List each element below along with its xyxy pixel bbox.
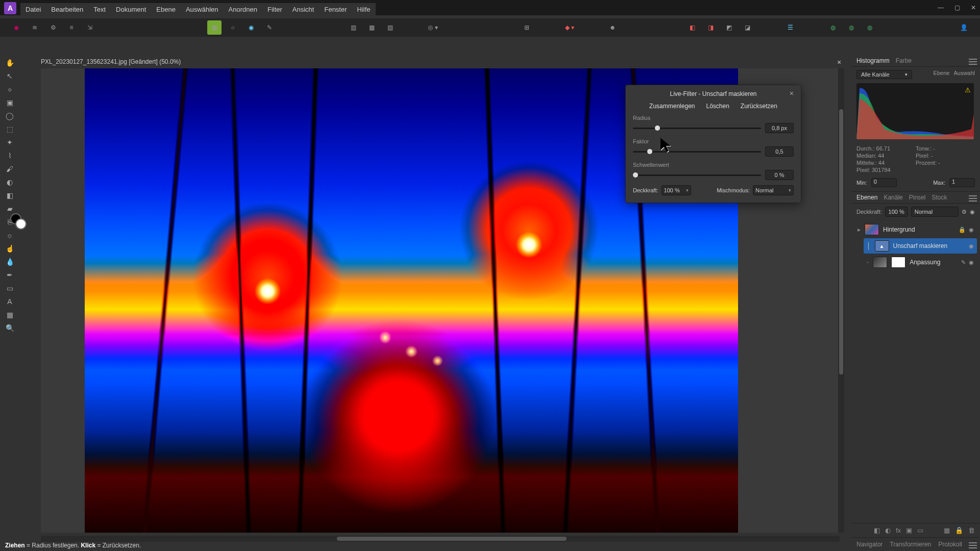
layer-fx-icon[interactable]: ⚙ bbox=[962, 209, 967, 215]
histo-layer-button[interactable]: Ebene bbox=[934, 70, 950, 76]
crop-tool-icon[interactable]: ▣ bbox=[4, 97, 15, 108]
layer-row-hintergrund[interactable]: ▸ Hintergrund 🔒◉ bbox=[854, 222, 977, 237]
persona-photo-icon[interactable]: ◉ bbox=[9, 20, 23, 35]
align-center-icon[interactable]: ▦ bbox=[364, 20, 379, 35]
smudge-tool-icon[interactable]: ☝ bbox=[4, 243, 15, 254]
layer-row-anpassung[interactable]: ◦ Anpassung ✎◉ bbox=[864, 255, 977, 270]
pen-tool-icon[interactable]: ✒ bbox=[4, 269, 15, 281]
erase-tool-icon[interactable]: ◧ bbox=[4, 190, 15, 201]
tab-transform[interactable]: Transformieren bbox=[890, 541, 931, 548]
account-icon[interactable]: 👤 bbox=[957, 20, 971, 35]
radius-slider[interactable] bbox=[633, 128, 761, 129]
menu-document[interactable]: Dokument bbox=[116, 6, 146, 13]
edit-icon[interactable]: ✎ bbox=[961, 259, 966, 266]
maximize-button[interactable]: ▢ bbox=[953, 4, 961, 11]
histo-selection-button[interactable]: Auswahl bbox=[953, 70, 975, 76]
lock-icon[interactable]: 🔒 bbox=[959, 227, 966, 233]
blend-select[interactable]: Normal bbox=[753, 185, 794, 195]
paint-brush-icon[interactable]: 🖌 bbox=[4, 163, 15, 174]
layer-name[interactable]: Anpassung bbox=[910, 259, 957, 266]
factor-slider[interactable] bbox=[633, 151, 761, 153]
layer-blend-select[interactable]: Normal bbox=[911, 207, 959, 217]
add-layer-icon[interactable]: ▦ bbox=[944, 527, 950, 534]
delete-button[interactable]: Löschen bbox=[706, 103, 729, 110]
align-right-icon[interactable]: ▧ bbox=[383, 20, 397, 35]
panel-menu-icon[interactable] bbox=[969, 59, 977, 65]
selection-brush-icon[interactable]: ◯ bbox=[4, 110, 15, 121]
menu-text[interactable]: Text bbox=[93, 6, 106, 13]
texture-icon[interactable]: ▦ bbox=[207, 20, 222, 35]
layer-name[interactable]: Hintergrund bbox=[883, 226, 954, 233]
visibility-toggle-icon[interactable]: ▸ bbox=[857, 226, 861, 233]
arrange-a-icon[interactable]: ◧ bbox=[685, 20, 699, 35]
mesh-tool-icon[interactable]: ▦ bbox=[4, 309, 15, 320]
tab-color[interactable]: Farbe bbox=[896, 57, 912, 64]
circle-tool-icon[interactable]: ○ bbox=[226, 20, 240, 35]
flood-select-icon[interactable]: ✦ bbox=[4, 137, 15, 148]
menu-view[interactable]: Ansicht bbox=[292, 6, 314, 13]
opacity-select[interactable]: 100 % bbox=[662, 185, 691, 195]
dodge-tool-icon[interactable]: ☼ bbox=[4, 230, 15, 241]
reset-button[interactable]: Zurücksetzen bbox=[741, 103, 777, 110]
snap-icon[interactable]: ⊞ bbox=[520, 20, 534, 35]
menu-edit[interactable]: Bearbeiten bbox=[51, 6, 83, 13]
menu-help[interactable]: Hilfe bbox=[357, 6, 371, 13]
background-color[interactable] bbox=[15, 218, 27, 230]
persona-tone-icon[interactable]: ≡ bbox=[64, 20, 79, 35]
menu-arrange[interactable]: Anordnen bbox=[229, 6, 257, 13]
minimize-button[interactable]: — bbox=[937, 4, 944, 11]
lock-layer-icon[interactable]: 🔒 bbox=[955, 527, 963, 534]
view-tool-icon[interactable]: ⟐ bbox=[4, 84, 15, 95]
blur-tool-icon[interactable]: 💧 bbox=[4, 256, 15, 267]
layer-row-unscharf[interactable]: │ ▲ Unscharf maskieren ◉ bbox=[864, 238, 977, 254]
layer-name[interactable]: Unscharf maskieren bbox=[893, 242, 965, 249]
tab-navigator[interactable]: Navigator bbox=[856, 541, 883, 548]
tab-channels[interactable]: Kanäle bbox=[884, 194, 902, 201]
live-filter-dialog[interactable]: Live-Filter - Unscharf maskieren × Zusam… bbox=[625, 85, 801, 203]
threshold-value[interactable]: 0 % bbox=[765, 170, 794, 180]
document-close-icon[interactable]: × bbox=[837, 58, 841, 66]
persona-liquify-icon[interactable]: ≋ bbox=[28, 20, 42, 35]
shape-tool-icon[interactable]: ▭ bbox=[4, 283, 15, 294]
persona-develop-icon[interactable]: ⚙ bbox=[46, 20, 60, 35]
layers-menu-icon[interactable] bbox=[969, 195, 977, 202]
menu-select[interactable]: Auswählen bbox=[186, 6, 218, 13]
arrange-d-icon[interactable]: ◪ bbox=[740, 20, 754, 35]
hand-tool-icon[interactable]: ✋ bbox=[4, 57, 15, 68]
tab-history[interactable]: Protokoll bbox=[938, 541, 962, 548]
factor-value[interactable]: 0,5 bbox=[765, 146, 794, 157]
globe-c-icon[interactable]: ◍ bbox=[863, 20, 877, 35]
list-icon[interactable]: ☰ bbox=[783, 20, 797, 35]
layer-dot-icon[interactable]: ◉ bbox=[969, 243, 974, 249]
assistant-icon[interactable]: ☻ bbox=[605, 20, 620, 35]
horizontal-scrollbar[interactable] bbox=[41, 536, 840, 542]
threshold-slider[interactable] bbox=[633, 174, 761, 176]
color-wheel-icon[interactable]: ◉ bbox=[244, 20, 258, 35]
color-replace-icon[interactable]: ◐ bbox=[4, 177, 15, 188]
fx-layer-icon[interactable]: fx bbox=[896, 527, 901, 534]
vertical-scrollbar[interactable] bbox=[838, 68, 844, 533]
tab-histogram[interactable]: Histogramm bbox=[856, 57, 890, 64]
mask-layer-icon[interactable]: ◧ bbox=[874, 527, 880, 534]
globe-b-icon[interactable]: ◍ bbox=[844, 20, 859, 35]
merge-button[interactable]: Zusammenlegen bbox=[649, 103, 695, 110]
delete-layer-icon[interactable]: 🗑 bbox=[968, 527, 975, 534]
text-tool-icon[interactable]: A bbox=[4, 296, 15, 307]
align-left-icon[interactable]: ▥ bbox=[346, 20, 360, 35]
color-swatches[interactable] bbox=[10, 213, 26, 229]
adjust-layer-icon[interactable]: ◐ bbox=[885, 527, 891, 534]
nav-menu-icon[interactable] bbox=[969, 542, 977, 548]
tab-brushes[interactable]: Pinsel bbox=[909, 194, 926, 201]
move-tool-icon[interactable]: ↖ bbox=[4, 70, 15, 82]
layer-opacity-select[interactable]: 100 % bbox=[885, 207, 908, 217]
fill-tool-icon[interactable]: ▰ bbox=[4, 203, 15, 214]
tab-stock[interactable]: Stock bbox=[932, 194, 947, 201]
globe-a-icon[interactable]: ◍ bbox=[826, 20, 840, 35]
tab-layers[interactable]: Ebenen bbox=[856, 194, 877, 201]
menu-layer[interactable]: Ebene bbox=[156, 6, 176, 13]
crop-layer-icon[interactable]: ▣ bbox=[906, 527, 912, 534]
max-input[interactable]: 1 bbox=[949, 178, 975, 187]
lasso-tool-icon[interactable]: ⌇ bbox=[4, 150, 15, 161]
layer-dot-icon[interactable]: ◉ bbox=[969, 259, 974, 266]
picker-icon[interactable]: ✎ bbox=[262, 20, 277, 35]
